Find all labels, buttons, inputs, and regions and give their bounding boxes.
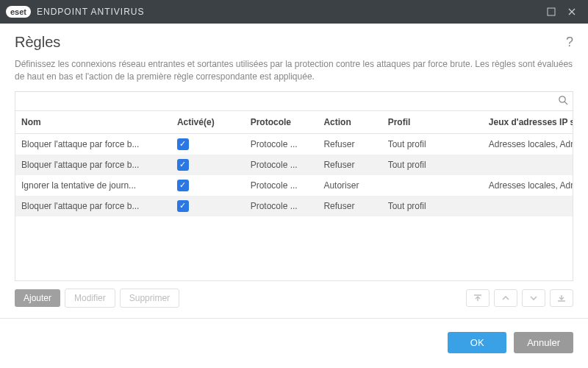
checkbox-icon[interactable]: ✓ xyxy=(177,159,189,171)
cell-nom: Bloquer l'attaque par force b... xyxy=(15,133,171,155)
eset-logo: eset xyxy=(6,6,31,18)
page-title: Règles xyxy=(15,34,60,51)
move-down-button[interactable] xyxy=(522,289,545,307)
brand: eset ENDPOINT ANTIVIRUS xyxy=(6,6,145,18)
edit-button[interactable]: Modifier xyxy=(65,289,115,308)
table-row[interactable]: Bloquer l'attaque par force b...✓Protoco… xyxy=(15,155,573,175)
add-button[interactable]: Ajouter xyxy=(15,289,60,307)
col-header-active[interactable]: Activé(e) xyxy=(171,111,245,134)
cell-ipsource xyxy=(483,196,573,216)
cell-ipsource xyxy=(483,155,573,175)
cell-action: Autoriser xyxy=(318,175,381,196)
cell-profil: Tout profil xyxy=(382,133,483,155)
cell-nom: Ignorer la tentative de journ... xyxy=(15,175,171,196)
cell-active: ✓ xyxy=(171,196,245,216)
move-top-button[interactable] xyxy=(466,289,490,307)
move-bottom-button[interactable] xyxy=(550,289,573,307)
checkbox-icon[interactable]: ✓ xyxy=(177,200,189,212)
checkbox-icon[interactable]: ✓ xyxy=(177,180,189,191)
cell-nom: Bloquer l'attaque par force b... xyxy=(15,155,171,175)
cell-active: ✓ xyxy=(171,133,245,155)
dialog-footer: OK Annuler xyxy=(0,318,588,361)
table-toolbar: Ajouter Modifier Supprimer xyxy=(15,289,573,308)
ok-button[interactable]: OK xyxy=(448,332,506,353)
rules-table-container: Nom Activé(e) Protocole Action Profil Je… xyxy=(15,91,573,281)
cell-profil: Tout profil xyxy=(382,155,483,175)
cell-active: ✓ xyxy=(171,175,245,196)
cell-protocole: Protocole ... xyxy=(245,196,318,216)
cell-protocole: Protocole ... xyxy=(245,133,318,155)
table-row[interactable]: Ignorer la tentative de journ...✓Protoco… xyxy=(15,175,573,196)
cell-protocole: Protocole ... xyxy=(245,175,318,196)
delete-button[interactable]: Supprimer xyxy=(120,289,179,308)
close-button[interactable] xyxy=(562,1,582,22)
svg-point-1 xyxy=(559,96,565,102)
move-up-button[interactable] xyxy=(494,289,517,307)
col-header-protocole[interactable]: Protocole xyxy=(245,111,318,134)
cell-action: Refuser xyxy=(318,196,381,216)
table-row[interactable]: Bloquer l'attaque par force b...✓Protoco… xyxy=(15,196,573,216)
cell-ipsource: Adresses locales, Adresses privées xyxy=(483,133,573,155)
product-name: ENDPOINT ANTIVIRUS xyxy=(37,7,144,17)
table-scroll[interactable]: Nom Activé(e) Protocole Action Profil Je… xyxy=(15,111,573,280)
col-header-profil[interactable]: Profil xyxy=(382,111,483,134)
table-row[interactable]: Bloquer l'attaque par force b...✓Protoco… xyxy=(15,133,573,155)
cell-ipsource: Adresses locales, Adresses privées xyxy=(483,175,573,196)
cell-action: Refuser xyxy=(318,155,381,175)
checkbox-icon[interactable]: ✓ xyxy=(177,138,189,150)
cancel-button[interactable]: Annuler xyxy=(514,332,573,353)
rules-table: Nom Activé(e) Protocole Action Profil Je… xyxy=(15,111,573,216)
page-description: Définissez les connexions réseau entrant… xyxy=(15,58,573,84)
cell-profil xyxy=(382,175,483,196)
minimize-button[interactable] xyxy=(541,1,562,22)
titlebar: eset ENDPOINT ANTIVIRUS xyxy=(0,0,588,24)
search-icon[interactable] xyxy=(558,95,568,107)
col-header-nom[interactable]: Nom xyxy=(15,111,171,134)
col-header-action[interactable]: Action xyxy=(318,111,381,134)
help-icon[interactable]: ? xyxy=(566,35,573,50)
col-header-ipsource[interactable]: Jeux d'adresses IP source xyxy=(483,111,573,134)
table-search-row xyxy=(15,92,573,111)
cell-action: Refuser xyxy=(318,133,381,155)
cell-protocole: Protocole ... xyxy=(245,155,318,175)
cell-nom: Bloquer l'attaque par force b... xyxy=(15,196,171,216)
svg-rect-0 xyxy=(548,8,555,15)
cell-active: ✓ xyxy=(171,155,245,175)
cell-profil: Tout profil xyxy=(382,196,483,216)
